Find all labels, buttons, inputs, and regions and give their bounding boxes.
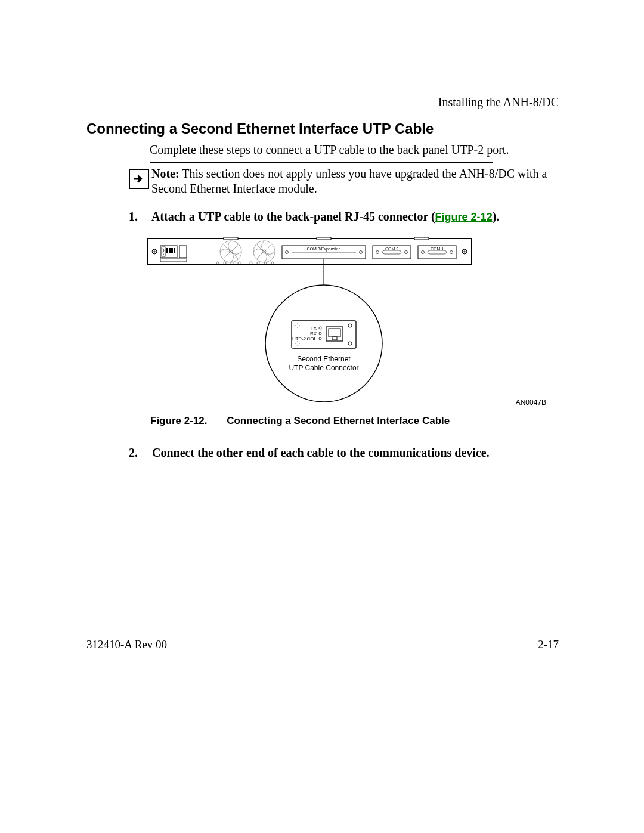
- step-2: 2. Connect the other end of each cable t…: [129, 446, 559, 460]
- svg-rect-3: [414, 237, 429, 240]
- note-label: Note:: [151, 167, 179, 180]
- figure-caption-number: Figure 2-12.: [150, 415, 207, 426]
- note-body: This section does not apply unless you h…: [151, 167, 547, 195]
- page-number: 2-17: [538, 638, 559, 651]
- com3-label: COM 3/Expansion: [307, 247, 341, 252]
- svg-rect-11: [174, 248, 175, 253]
- figure-caption: Figure 2-12. Connecting a Second Etherne…: [150, 415, 450, 427]
- svg-rect-12: [179, 246, 187, 258]
- chapter-title: Installing the ANH-8/DC: [438, 95, 559, 109]
- figure-diagram: COM 3/Expansion COM 2 COM 1: [146, 237, 473, 407]
- note-rule-bottom: [150, 199, 493, 199]
- utp-callout-1: Second Ethernet: [297, 355, 351, 363]
- document-page: Installing the ANH-8/DC Connecting a Sec…: [0, 0, 644, 833]
- svg-rect-9: [169, 248, 171, 253]
- step-1-number: 1.: [129, 210, 149, 224]
- utp2-label: UTP-2: [292, 336, 306, 342]
- svg-rect-47: [329, 329, 340, 337]
- page-header: Installing the ANH-8/DC: [86, 95, 559, 113]
- step-2-text: Connect the other end of each cable to t…: [152, 446, 490, 459]
- step-1-tail: ).: [493, 210, 500, 223]
- figure-reference-link[interactable]: Figure 2-12: [435, 211, 493, 223]
- intro-paragraph: Complete these steps to connect a UTP ca…: [150, 143, 559, 157]
- step-1-text: Attach a UTP cable to the back-panel RJ-…: [151, 210, 435, 223]
- utp-rx-label: RX: [310, 331, 317, 336]
- section-heading: Connecting a Second Ethernet Interface U…: [86, 120, 434, 137]
- svg-rect-38: [292, 321, 356, 348]
- svg-rect-1: [224, 237, 238, 240]
- step-1: 1. Attach a UTP cable to the back-panel …: [129, 210, 559, 224]
- step-2-number: 2.: [129, 446, 149, 460]
- note-text: Note: This section does not apply unless…: [151, 166, 559, 196]
- figure-code: AN0047B: [516, 398, 546, 407]
- svg-rect-48: [332, 337, 337, 340]
- note-block: Note: This section does not apply unless…: [129, 162, 559, 199]
- figure-caption-text: Connecting a Second Ethernet Interface C…: [227, 415, 450, 426]
- svg-rect-2: [317, 237, 331, 240]
- page-footer: 312410-A Rev 00 2-17: [86, 634, 559, 651]
- utp-col-label: COL: [307, 336, 317, 342]
- doc-number: 312410-A Rev 00: [86, 638, 167, 651]
- svg-rect-8: [166, 248, 168, 253]
- svg-rect-13: [160, 259, 187, 262]
- svg-rect-10: [171, 248, 173, 253]
- note-arrow-icon: [129, 169, 149, 189]
- utp-callout-2: UTP Cable Connector: [289, 364, 358, 372]
- utp-tx-label: TX: [311, 326, 317, 331]
